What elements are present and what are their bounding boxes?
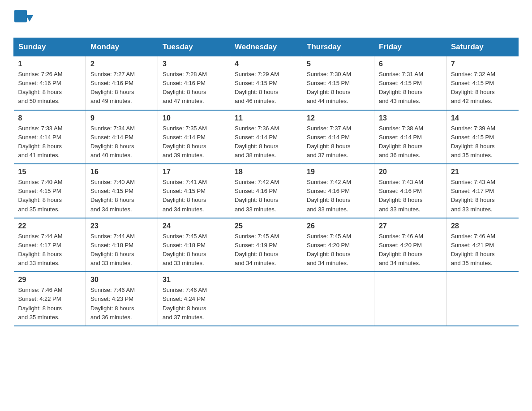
day-info: Sunrise: 7:37 AMSunset: 4:14 PMDaylight:… [307, 124, 369, 160]
day-number: 22 [18, 222, 82, 230]
day-info: Sunrise: 7:45 AMSunset: 4:19 PMDaylight:… [235, 232, 297, 268]
calendar-cell-1-5: 13Sunrise: 7:38 AMSunset: 4:14 PMDayligh… [374, 110, 446, 164]
day-number: 24 [163, 222, 225, 230]
calendar-cell-0-4: 5Sunrise: 7:30 AMSunset: 4:15 PMDaylight… [302, 56, 374, 110]
day-number: 18 [235, 168, 297, 176]
day-info: Sunrise: 7:33 AMSunset: 4:14 PMDaylight:… [18, 124, 82, 160]
weekday-header-wednesday: Wednesday [230, 38, 302, 56]
day-number: 11 [235, 114, 297, 122]
calendar-cell-3-2: 24Sunrise: 7:45 AMSunset: 4:18 PMDayligh… [158, 218, 230, 272]
day-number: 6 [379, 60, 442, 68]
calendar-cell-2-0: 15Sunrise: 7:40 AMSunset: 4:15 PMDayligh… [14, 164, 86, 218]
calendar-cell-3-0: 22Sunrise: 7:44 AMSunset: 4:17 PMDayligh… [14, 218, 86, 272]
day-info: Sunrise: 7:34 AMSunset: 4:14 PMDaylight:… [90, 124, 153, 160]
calendar-cell-4-3 [230, 272, 302, 326]
calendar-cell-2-2: 17Sunrise: 7:41 AMSunset: 4:15 PMDayligh… [158, 164, 230, 218]
day-number: 25 [235, 222, 297, 230]
calendar-week-5: 29Sunrise: 7:46 AMSunset: 4:22 PMDayligh… [14, 272, 519, 326]
calendar-cell-0-6: 7Sunrise: 7:32 AMSunset: 4:15 PMDaylight… [446, 56, 519, 110]
calendar-cell-3-6: 28Sunrise: 7:46 AMSunset: 4:21 PMDayligh… [446, 218, 519, 272]
day-info: Sunrise: 7:45 AMSunset: 4:18 PMDaylight:… [163, 232, 225, 268]
calendar-cell-0-5: 6Sunrise: 7:31 AMSunset: 4:15 PMDaylight… [374, 56, 446, 110]
calendar-cell-3-4: 26Sunrise: 7:45 AMSunset: 4:20 PMDayligh… [302, 218, 374, 272]
calendar-cell-2-3: 18Sunrise: 7:42 AMSunset: 4:16 PMDayligh… [230, 164, 302, 218]
logo-icon [13, 9, 33, 29]
day-info: Sunrise: 7:26 AMSunset: 4:16 PMDaylight:… [18, 70, 82, 106]
day-number: 10 [163, 114, 225, 122]
calendar-cell-1-4: 12Sunrise: 7:37 AMSunset: 4:14 PMDayligh… [302, 110, 374, 164]
weekday-header-thursday: Thursday [302, 38, 374, 56]
day-number: 7 [451, 60, 514, 68]
calendar-cell-3-5: 27Sunrise: 7:46 AMSunset: 4:20 PMDayligh… [374, 218, 446, 272]
day-info: Sunrise: 7:46 AMSunset: 4:24 PMDaylight:… [163, 286, 225, 322]
day-number: 9 [90, 114, 153, 122]
weekday-header-row: SundayMondayTuesdayWednesdayThursdayFrid… [14, 38, 519, 56]
calendar-cell-4-5 [374, 272, 446, 326]
day-info: Sunrise: 7:43 AMSunset: 4:16 PMDaylight:… [379, 178, 442, 214]
day-info: Sunrise: 7:32 AMSunset: 4:15 PMDaylight:… [451, 70, 514, 106]
day-number: 13 [379, 114, 442, 122]
day-info: Sunrise: 7:38 AMSunset: 4:14 PMDaylight:… [379, 124, 442, 160]
day-info: Sunrise: 7:44 AMSunset: 4:17 PMDaylight:… [18, 232, 82, 268]
day-number: 30 [90, 276, 153, 284]
calendar-cell-2-5: 20Sunrise: 7:43 AMSunset: 4:16 PMDayligh… [374, 164, 446, 218]
day-number: 1 [18, 60, 82, 68]
calendar-cell-2-4: 19Sunrise: 7:42 AMSunset: 4:16 PMDayligh… [302, 164, 374, 218]
day-number: 21 [451, 168, 514, 176]
calendar-cell-0-1: 2Sunrise: 7:27 AMSunset: 4:16 PMDaylight… [86, 56, 158, 110]
day-number: 20 [379, 168, 442, 176]
svg-marker-1 [26, 15, 33, 21]
weekday-header-sunday: Sunday [14, 38, 86, 56]
calendar-week-3: 15Sunrise: 7:40 AMSunset: 4:15 PMDayligh… [14, 164, 519, 218]
day-info: Sunrise: 7:27 AMSunset: 4:16 PMDaylight:… [90, 70, 153, 106]
day-number: 14 [451, 114, 514, 122]
calendar-cell-4-6 [446, 272, 519, 326]
day-number: 4 [235, 60, 297, 68]
calendar-cell-4-1: 30Sunrise: 7:46 AMSunset: 4:23 PMDayligh… [86, 272, 158, 326]
day-info: Sunrise: 7:46 AMSunset: 4:20 PMDaylight:… [379, 232, 442, 268]
day-number: 19 [307, 168, 369, 176]
day-number: 27 [379, 222, 442, 230]
day-number: 17 [163, 168, 225, 176]
logo [13, 9, 34, 29]
weekday-header-friday: Friday [374, 38, 446, 56]
weekday-header-tuesday: Tuesday [158, 38, 230, 56]
calendar-cell-4-2: 31Sunrise: 7:46 AMSunset: 4:24 PMDayligh… [158, 272, 230, 326]
calendar-cell-1-3: 11Sunrise: 7:36 AMSunset: 4:14 PMDayligh… [230, 110, 302, 164]
day-number: 23 [90, 222, 153, 230]
day-info: Sunrise: 7:31 AMSunset: 4:15 PMDaylight:… [379, 70, 442, 106]
calendar-cell-2-6: 21Sunrise: 7:43 AMSunset: 4:17 PMDayligh… [446, 164, 519, 218]
calendar-cell-1-6: 14Sunrise: 7:39 AMSunset: 4:15 PMDayligh… [446, 110, 519, 164]
day-info: Sunrise: 7:29 AMSunset: 4:15 PMDaylight:… [235, 70, 297, 106]
day-info: Sunrise: 7:36 AMSunset: 4:14 PMDaylight:… [235, 124, 297, 160]
calendar-cell-4-4 [302, 272, 374, 326]
calendar-cell-3-3: 25Sunrise: 7:45 AMSunset: 4:19 PMDayligh… [230, 218, 302, 272]
calendar-cell-0-2: 3Sunrise: 7:28 AMSunset: 4:16 PMDaylight… [158, 56, 230, 110]
calendar-week-4: 22Sunrise: 7:44 AMSunset: 4:17 PMDayligh… [14, 218, 519, 272]
day-number: 5 [307, 60, 369, 68]
day-number: 3 [163, 60, 225, 68]
day-info: Sunrise: 7:39 AMSunset: 4:15 PMDaylight:… [451, 124, 514, 160]
calendar-week-2: 8Sunrise: 7:33 AMSunset: 4:14 PMDaylight… [14, 110, 519, 164]
weekday-header-saturday: Saturday [446, 38, 519, 56]
day-info: Sunrise: 7:45 AMSunset: 4:20 PMDaylight:… [307, 232, 369, 268]
calendar-week-1: 1Sunrise: 7:26 AMSunset: 4:16 PMDaylight… [14, 56, 519, 110]
calendar-cell-0-3: 4Sunrise: 7:29 AMSunset: 4:15 PMDaylight… [230, 56, 302, 110]
day-info: Sunrise: 7:43 AMSunset: 4:17 PMDaylight:… [451, 178, 514, 214]
day-info: Sunrise: 7:28 AMSunset: 4:16 PMDaylight:… [163, 70, 225, 106]
day-info: Sunrise: 7:44 AMSunset: 4:18 PMDaylight:… [90, 232, 153, 268]
day-number: 2 [90, 60, 153, 68]
day-info: Sunrise: 7:42 AMSunset: 4:16 PMDaylight:… [307, 178, 369, 214]
day-info: Sunrise: 7:42 AMSunset: 4:16 PMDaylight:… [235, 178, 297, 214]
calendar-cell-1-2: 10Sunrise: 7:35 AMSunset: 4:14 PMDayligh… [158, 110, 230, 164]
day-number: 28 [451, 222, 514, 230]
day-info: Sunrise: 7:41 AMSunset: 4:15 PMDaylight:… [163, 178, 225, 214]
day-number: 31 [163, 276, 225, 284]
calendar-cell-0-0: 1Sunrise: 7:26 AMSunset: 4:16 PMDaylight… [14, 56, 86, 110]
day-info: Sunrise: 7:40 AMSunset: 4:15 PMDaylight:… [90, 178, 153, 214]
svg-rect-0 [14, 10, 27, 22]
day-info: Sunrise: 7:46 AMSunset: 4:21 PMDaylight:… [451, 232, 514, 268]
day-info: Sunrise: 7:35 AMSunset: 4:14 PMDaylight:… [163, 124, 225, 160]
day-number: 15 [18, 168, 82, 176]
calendar-table: SundayMondayTuesdayWednesdayThursdayFrid… [13, 38, 519, 326]
